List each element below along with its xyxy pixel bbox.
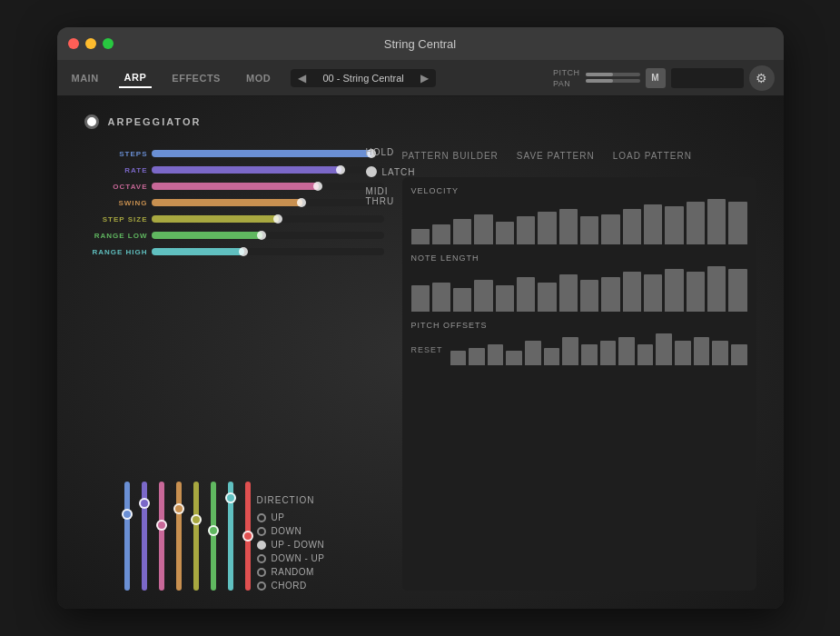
nav-effects[interactable]: EFFECTS — [166, 69, 226, 87]
dir-option-0[interactable]: UP — [257, 512, 325, 522]
vslider-4[interactable] — [190, 482, 203, 591]
bar-note_length-8[interactable] — [580, 280, 598, 312]
pitch-bar-3[interactable] — [506, 351, 522, 365]
hslider-track-2[interactable] — [152, 183, 384, 190]
bar-note_length-13[interactable] — [687, 272, 705, 312]
dir-radio-3[interactable] — [257, 554, 266, 563]
hslider-track-0[interactable] — [152, 150, 384, 157]
bar-velocity-10[interactable] — [623, 209, 641, 244]
settings-button[interactable]: ⚙ — [749, 65, 775, 91]
bar-note_length-4[interactable] — [496, 285, 514, 312]
vslider-thumb-2[interactable] — [156, 520, 167, 531]
bar-note_length-10[interactable] — [623, 272, 641, 312]
close-button[interactable] — [68, 38, 79, 49]
bar-velocity-13[interactable] — [687, 202, 705, 244]
preset-selector[interactable]: ◀ 00 - String Central ▶ — [291, 69, 436, 87]
bar-velocity-15[interactable] — [728, 202, 746, 244]
prev-preset-button[interactable]: ◀ — [298, 72, 306, 84]
bar-note_length-6[interactable] — [538, 283, 556, 312]
hslider-track-1[interactable] — [152, 166, 384, 174]
bar-velocity-9[interactable] — [601, 214, 619, 244]
bar-velocity-1[interactable] — [432, 224, 450, 244]
vslider-thumb-0[interactable] — [122, 509, 133, 520]
hslider-track-6[interactable] — [152, 248, 384, 255]
vslider-thumb-7[interactable] — [242, 531, 253, 542]
pitch-bar-10[interactable] — [637, 344, 654, 365]
m-button[interactable]: M — [646, 68, 666, 88]
pan-slider[interactable] — [586, 79, 640, 83]
vslider-thumb-5[interactable] — [208, 525, 219, 536]
nav-main[interactable]: MAIN — [66, 69, 104, 87]
arp-toggle[interactable] — [84, 114, 99, 129]
pitch-bar-2[interactable] — [488, 344, 504, 365]
nav-mod[interactable]: MOD — [241, 69, 276, 87]
minimize-button[interactable] — [85, 38, 96, 49]
bar-note_length-7[interactable] — [559, 274, 578, 312]
bar-note_length-1[interactable] — [432, 283, 450, 312]
bar-velocity-0[interactable] — [411, 229, 430, 244]
bar-velocity-8[interactable] — [580, 216, 598, 244]
vslider-2[interactable] — [155, 482, 168, 591]
vslider-thumb-6[interactable] — [225, 492, 236, 503]
vslider-3[interactable] — [173, 482, 185, 591]
bar-note_length-0[interactable] — [411, 285, 430, 312]
hslider-track-3[interactable] — [152, 199, 384, 206]
bar-velocity-6[interactable] — [538, 212, 556, 244]
pitch-bar-12[interactable] — [675, 341, 691, 365]
nav-arp[interactable]: ARP — [119, 68, 153, 88]
bar-velocity-7[interactable] — [559, 209, 578, 244]
pitch-bar-7[interactable] — [581, 344, 598, 365]
dir-radio-4[interactable] — [257, 568, 266, 577]
bar-velocity-3[interactable] — [474, 214, 492, 244]
pitch-slider[interactable] — [586, 73, 640, 76]
pitch-bar-8[interactable] — [600, 341, 617, 365]
pitch-bar-6[interactable] — [562, 337, 578, 365]
bar-note_length-9[interactable] — [601, 277, 619, 312]
pitch-bar-14[interactable] — [712, 341, 728, 365]
bar-note_length-5[interactable] — [517, 277, 535, 312]
vslider-1[interactable] — [138, 482, 151, 591]
vslider-thumb-3[interactable] — [173, 503, 184, 514]
pattern-btn-1[interactable]: SAVE PATTERN — [517, 147, 595, 164]
pitch-bar-5[interactable] — [544, 348, 560, 365]
dir-radio-2[interactable] — [257, 541, 266, 550]
vslider-7[interactable] — [242, 482, 254, 591]
pitch-bar-15[interactable] — [731, 344, 747, 365]
vslider-thumb-4[interactable] — [191, 514, 202, 525]
pattern-btn-2[interactable]: LOAD PATTERN — [613, 147, 692, 164]
bar-note_length-3[interactable] — [474, 280, 492, 312]
pitch-bar-4[interactable] — [525, 341, 541, 365]
pitch-bar-9[interactable] — [618, 337, 635, 365]
next-preset-button[interactable]: ▶ — [420, 72, 429, 84]
bar-note_length-14[interactable] — [707, 266, 726, 312]
bar-velocity-4[interactable] — [496, 222, 514, 244]
dir-option-2[interactable]: UP - DOWN — [257, 540, 325, 550]
bar-velocity-12[interactable] — [665, 206, 683, 244]
vslider-0[interactable] — [121, 482, 133, 591]
pitch-bar-1[interactable] — [469, 348, 485, 365]
vslider-5[interactable] — [207, 482, 220, 591]
dir-option-1[interactable]: DOWN — [257, 526, 325, 536]
pitch-reset-button[interactable]: RESET — [411, 345, 443, 354]
maximize-button[interactable] — [103, 38, 114, 49]
bar-velocity-5[interactable] — [517, 216, 535, 244]
hslider-track-4[interactable] — [152, 215, 384, 223]
pitch-bar-0[interactable] — [450, 351, 467, 365]
latch-radio[interactable] — [366, 166, 377, 177]
dir-radio-1[interactable] — [257, 527, 266, 536]
bar-velocity-14[interactable] — [707, 199, 726, 244]
hslider-track-5[interactable] — [152, 232, 384, 239]
bar-note_length-15[interactable] — [728, 269, 746, 312]
bar-note_length-11[interactable] — [644, 274, 662, 312]
pitch-bar-13[interactable] — [694, 337, 710, 365]
dir-option-5[interactable]: CHORD — [257, 581, 325, 591]
dir-radio-5[interactable] — [257, 581, 266, 591]
bar-note_length-2[interactable] — [453, 288, 471, 312]
bar-velocity-11[interactable] — [644, 204, 662, 244]
bar-velocity-2[interactable] — [453, 219, 471, 244]
dir-option-3[interactable]: DOWN - UP — [257, 553, 325, 563]
pitch-bar-11[interactable] — [656, 333, 672, 365]
vslider-6[interactable] — [224, 482, 237, 591]
pattern-btn-0[interactable]: PATTERN BUILDER — [402, 147, 499, 164]
vslider-thumb-1[interactable] — [139, 498, 150, 509]
